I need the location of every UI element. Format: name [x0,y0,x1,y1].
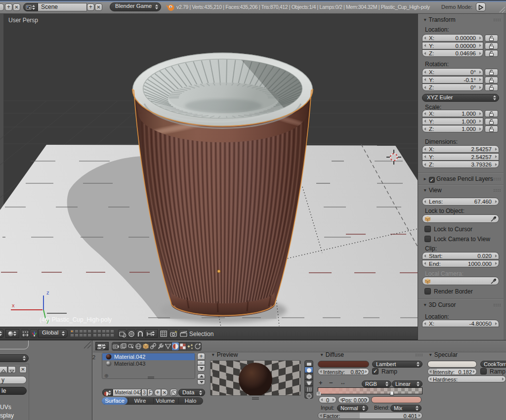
svg-text:z: z [46,290,49,295]
svg-text:x: x [12,302,15,308]
